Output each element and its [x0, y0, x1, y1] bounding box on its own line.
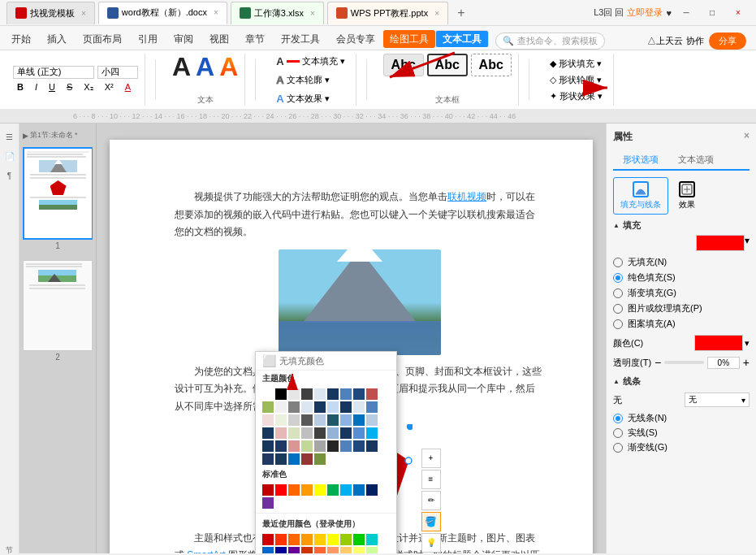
italic-button[interactable]: I	[31, 80, 41, 93]
fill-pattern[interactable]: 图案填充(A)	[613, 318, 750, 330]
recent-color-cell[interactable]	[275, 547, 287, 553]
standard-color-cell[interactable]	[327, 484, 339, 496]
theme-color-cell[interactable]	[275, 388, 287, 400]
panel-close-btn[interactable]: ×	[744, 130, 750, 144]
recent-color-cell[interactable]	[353, 547, 365, 553]
theme-color-cell[interactable]	[262, 388, 274, 400]
border-solid-opt[interactable]: 实线(S)	[613, 427, 750, 439]
tab-ppt[interactable]: WPS PPT教程.pptx ×	[327, 2, 448, 24]
radio-border-none[interactable]	[613, 414, 623, 423]
theme-color-cell[interactable]	[288, 414, 300, 426]
radio-pattern[interactable]	[613, 319, 623, 329]
theme-color-cell[interactable]	[288, 453, 300, 465]
recent-color-cell[interactable]	[275, 534, 287, 545]
opacity-plus[interactable]: +	[743, 356, 750, 369]
underline-button[interactable]: U	[45, 80, 59, 93]
tab-close-word[interactable]: ×	[214, 8, 218, 17]
shape-tool-5[interactable]: 💡	[421, 533, 441, 553]
fill-section-title[interactable]: 填充	[613, 219, 750, 232]
opacity-minus[interactable]: −	[654, 356, 661, 369]
recent-color-cell[interactable]	[301, 547, 313, 553]
theme-color-cell[interactable]	[314, 401, 326, 413]
text-effect-button[interactable]: A 文本效果 ▾	[272, 90, 348, 107]
theme-color-cell[interactable]	[275, 427, 287, 439]
border-none-opt[interactable]: 无线条(N)	[613, 412, 750, 424]
bold-button[interactable]: B	[13, 80, 28, 93]
recent-color-cell[interactable]	[314, 534, 326, 545]
standard-color-cell[interactable]	[288, 484, 300, 496]
theme-color-cell[interactable]	[314, 427, 326, 439]
theme-color-cell[interactable]	[327, 427, 339, 439]
font-name-input[interactable]	[13, 66, 94, 79]
standard-color-cell[interactable]	[301, 484, 313, 496]
theme-color-cell[interactable]	[262, 453, 274, 465]
recent-color-cell[interactable]	[301, 534, 313, 545]
theme-color-cell[interactable]	[262, 427, 274, 439]
theme-color-cell[interactable]	[314, 440, 326, 452]
text-effect-dropdown[interactable]: ▾	[325, 93, 330, 104]
theme-color-cell[interactable]	[301, 453, 313, 465]
theme-color-cell[interactable]	[340, 414, 352, 426]
abc-btn-3[interactable]: Abc	[471, 54, 512, 76]
theme-color-cell[interactable]	[340, 427, 352, 439]
standard-color-cell[interactable]	[262, 484, 274, 496]
theme-color-cell[interactable]	[366, 440, 378, 452]
tab-close-wps[interactable]: ×	[81, 9, 86, 18]
standard-color-cell[interactable]	[314, 484, 326, 496]
cloud-btn[interactable]: △上天云	[647, 35, 683, 47]
radio-picture[interactable]	[613, 304, 623, 314]
sidebar-page-icon[interactable]: 📄	[2, 148, 18, 164]
theme-color-cell[interactable]	[288, 440, 300, 452]
shape-fill-button[interactable]: ◆ 形状填充 ▾	[546, 56, 607, 72]
recent-color-cell[interactable]	[314, 547, 326, 553]
opacity-input[interactable]	[707, 357, 740, 369]
radio-border-gradient[interactable]	[613, 443, 623, 453]
shape-outline-dropdown[interactable]: ▾	[597, 75, 602, 85]
fill-solid[interactable]: 纯色填充(S)	[613, 271, 750, 284]
opacity-slider[interactable]	[664, 361, 704, 364]
minimize-button[interactable]: ─	[675, 4, 698, 22]
theme-color-cell[interactable]	[301, 427, 313, 439]
ribbon-tab-draw[interactable]: 绘图工具	[383, 30, 435, 48]
theme-color-cell[interactable]	[366, 414, 378, 426]
theme-color-cell[interactable]	[353, 388, 365, 400]
abc-btn-1[interactable]: Abc	[383, 54, 424, 76]
smartart-link[interactable]: SmartArt	[187, 549, 225, 553]
theme-color-cell[interactable]	[340, 440, 352, 452]
theme-color-cell[interactable]	[288, 401, 300, 413]
ribbon-tab-view[interactable]: 视图	[201, 28, 237, 50]
doc-area[interactable]: 视频提供了功能强大的方法帮助您证明您的观点。当您单击联机视频时，可以在想要添加的…	[97, 124, 606, 553]
recent-color-cell[interactable]	[262, 547, 274, 553]
theme-color-cell[interactable]	[262, 440, 274, 452]
border-gradient-opt[interactable]: 渐变线(G)	[613, 441, 750, 453]
shape-tool-2[interactable]: ≡	[421, 470, 441, 489]
standard-color-cell[interactable]	[340, 484, 352, 496]
sidebar-nav-icon[interactable]: ☰	[2, 128, 18, 145]
theme-color-cell[interactable]	[262, 414, 274, 426]
theme-color-cell[interactable]	[353, 427, 365, 439]
theme-color-cell[interactable]	[340, 401, 352, 413]
radio-none[interactable]	[613, 258, 623, 267]
page-thumb-1[interactable]: 1	[23, 147, 93, 250]
fill-dropdown-arrow[interactable]: ▾	[745, 235, 750, 251]
shape-outline-button[interactable]: ◇ 形状轮廓 ▾	[546, 72, 607, 88]
subscript-button[interactable]: X₂	[80, 80, 97, 94]
radio-border-solid[interactable]	[613, 428, 623, 438]
theme-color-cell[interactable]	[288, 427, 300, 439]
section-chevron[interactable]: ▶	[23, 132, 28, 140]
theme-color-cell[interactable]	[366, 388, 378, 400]
new-tab-button[interactable]: +	[451, 3, 471, 23]
tab-word[interactable]: word教程（新）.docx ×	[98, 2, 227, 24]
strikethrough-button[interactable]: S	[63, 80, 76, 93]
panel-tab-shape[interactable]: 形状选项	[613, 150, 668, 171]
standard-color-cell[interactable]	[353, 484, 365, 496]
close-button[interactable]: ×	[727, 4, 750, 22]
theme-color-cell[interactable]	[340, 388, 352, 400]
recent-color-cell[interactable]	[327, 534, 339, 545]
page-thumb-2[interactable]: 2	[23, 260, 93, 362]
text-fill-dropdown[interactable]: ▾	[340, 56, 345, 67]
sub-tab-effect[interactable]: 效果	[672, 177, 702, 215]
theme-color-cell[interactable]	[314, 414, 326, 426]
ribbon-tab-member[interactable]: 会员专享	[328, 28, 383, 50]
standard-color-cell[interactable]	[262, 497, 274, 509]
